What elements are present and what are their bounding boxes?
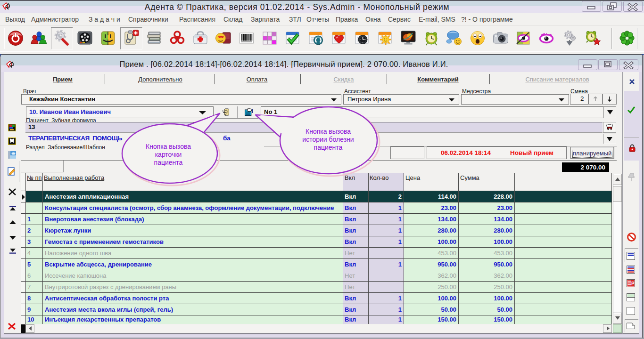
- svg-text:P: P: [631, 281, 635, 286]
